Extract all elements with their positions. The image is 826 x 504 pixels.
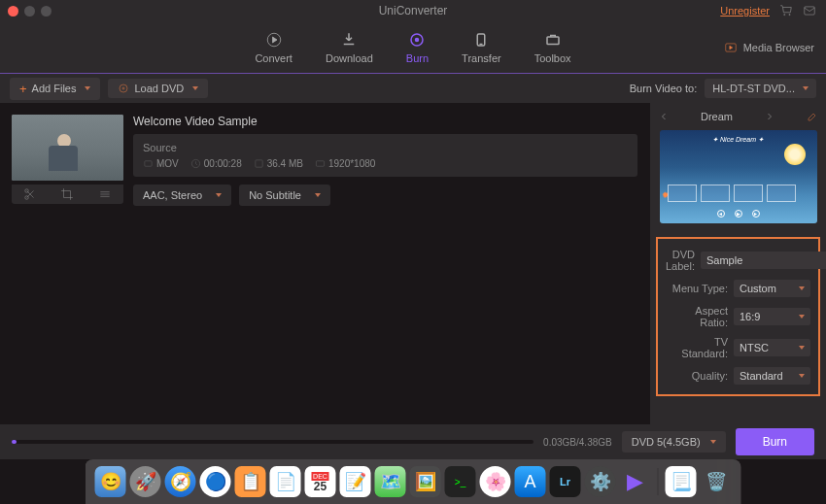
close-window-button[interactable]: [8, 6, 18, 17]
load-dvd-button[interactable]: Load DVD: [108, 79, 208, 98]
dock-app1[interactable]: 📋: [235, 466, 266, 497]
dock-chrome[interactable]: 🔵: [200, 466, 231, 497]
dock-doc[interactable]: 📃: [666, 466, 697, 497]
subtitle-select[interactable]: No Subtitle: [239, 185, 330, 206]
preview-frames: [668, 185, 796, 202]
disc-type-select[interactable]: DVD 5(4.5GB): [622, 431, 726, 453]
video-duration: 00:00:28: [204, 158, 242, 169]
source-label: Source: [143, 142, 628, 153]
drive-value: HL-DT-ST DVD...: [712, 83, 795, 94]
chevron-down-icon: [192, 86, 198, 90]
dock-settings[interactable]: ⚙️: [585, 466, 616, 497]
dock-lightroom[interactable]: Lr: [550, 466, 581, 497]
svg-point-3: [416, 38, 419, 41]
aspect-ratio-select[interactable]: 16:9: [734, 308, 810, 325]
aspect-ratio-label: Aspect Ratio:: [666, 305, 734, 328]
dock-photos[interactable]: 🌸: [480, 466, 511, 497]
dock-play[interactable]: ▶: [620, 466, 651, 497]
unregister-link[interactable]: Unregister: [720, 5, 770, 17]
subtitle-value: No Subtitle: [249, 189, 301, 201]
tab-burn[interactable]: Burn: [406, 31, 429, 64]
cart-icon[interactable]: [779, 4, 793, 17]
svg-rect-0: [805, 7, 815, 15]
crop-icon[interactable]: [60, 187, 74, 201]
dock-preview[interactable]: 🖼️: [410, 466, 441, 497]
audio-track-select[interactable]: AAC, Stereo: [133, 185, 231, 206]
app-title: UniConverter: [379, 4, 448, 17]
theme-name: Dream: [701, 111, 733, 122]
dock-appstore[interactable]: A: [515, 466, 546, 497]
svg-rect-15: [256, 160, 262, 167]
tab-download[interactable]: Download: [326, 31, 373, 64]
video-list: Welcome Video Sample Source MOV 00:00:28…: [0, 103, 649, 433]
svg-point-9: [122, 87, 124, 89]
trim-icon[interactable]: [23, 187, 37, 201]
thumbnail-tools: [12, 185, 123, 204]
main-tabs: Convert Download Burn Transfer Toolbox M…: [0, 21, 826, 74]
theme-next-button[interactable]: [764, 111, 775, 122]
minimize-window-button[interactable]: [24, 6, 35, 17]
prev-icon[interactable]: ◄: [717, 210, 725, 218]
media-browser-label: Media Browser: [743, 42, 814, 53]
theme-preview[interactable]: ✦ Nice Dream ✦ ✹ ◄ ▶ ►: [660, 130, 817, 223]
right-panel: Dream ✦ Nice Dream ✦ ✹ ◄ ▶ ► DVD Label:: [649, 103, 826, 433]
media-browser-button[interactable]: Media Browser: [724, 41, 814, 54]
sun-graphic: [784, 144, 806, 165]
settings-icon[interactable]: [98, 187, 112, 201]
tab-transfer[interactable]: Transfer: [462, 31, 501, 64]
theme-nav: Dream: [650, 103, 826, 130]
source-box: Source MOV 00:00:28 36.4 MB 1920*1080: [133, 134, 637, 177]
svg-rect-16: [316, 161, 324, 167]
tv-standard-select[interactable]: NTSC: [734, 339, 810, 356]
dvd-label-input[interactable]: [701, 252, 826, 269]
tab-convert[interactable]: Convert: [255, 31, 293, 64]
dock-calendar[interactable]: DEC25: [305, 466, 336, 497]
svg-point-8: [120, 84, 127, 92]
chevron-down-icon: [799, 315, 805, 319]
next-icon[interactable]: ►: [752, 210, 760, 218]
theme-edit-icon[interactable]: [807, 111, 818, 122]
progress-bar[interactable]: [12, 440, 533, 444]
menu-type-label: Menu Type:: [666, 283, 734, 294]
dock-safari[interactable]: 🧭: [165, 466, 196, 497]
menu-type-select[interactable]: Custom: [734, 280, 810, 297]
dock-textedit[interactable]: 📄: [270, 466, 301, 497]
maximize-window-button[interactable]: [41, 6, 52, 17]
chevron-down-icon: [799, 374, 805, 378]
dvd-label-label: DVD Label:: [666, 249, 701, 272]
dock-finder[interactable]: 😊: [95, 466, 126, 497]
svg-rect-6: [547, 37, 559, 45]
video-info: Welcome Video Sample Source MOV 00:00:28…: [133, 115, 637, 421]
video-thumbnail-block: [12, 115, 123, 421]
video-size: 36.4 MB: [267, 158, 303, 169]
preview-title: ✦ Nice Dream ✦: [712, 136, 764, 144]
video-resolution: 1920*1080: [328, 158, 375, 169]
quality-select[interactable]: Standard: [734, 367, 810, 385]
preview-controls: ◄ ▶ ►: [717, 210, 760, 218]
dock-trash[interactable]: 🗑️: [701, 466, 732, 497]
burn-to-label: Burn Video to:: [630, 83, 698, 94]
dock-notes[interactable]: 📝: [340, 466, 371, 497]
tab-label: Toolbox: [534, 52, 571, 64]
theme-prev-button[interactable]: [658, 111, 670, 122]
tab-label: Burn: [406, 52, 429, 64]
drive-select[interactable]: HL-DT-ST DVD...: [705, 79, 816, 98]
video-thumbnail[interactable]: [12, 115, 123, 181]
load-dvd-label: Load DVD: [134, 83, 184, 94]
audio-value: AAC, Stereo: [143, 189, 202, 201]
main-area: Welcome Video Sample Source MOV 00:00:28…: [0, 103, 826, 433]
dock-launchpad[interactable]: 🚀: [130, 466, 161, 497]
titlebar: UniConverter Unregister: [0, 0, 826, 21]
mail-icon[interactable]: [803, 4, 816, 17]
svg-rect-13: [145, 161, 152, 167]
chevron-down-icon: [710, 440, 716, 444]
dock-maps[interactable]: 🗺️: [375, 466, 406, 497]
tab-toolbox[interactable]: Toolbox: [534, 31, 571, 64]
tab-label: Convert: [255, 52, 293, 64]
dock-terminal[interactable]: >_: [445, 466, 476, 497]
burn-button[interactable]: Burn: [736, 428, 814, 455]
macos-dock: 😊 🚀 🧭 🔵 📋 📄 DEC25 📝 🗺️ 🖼️ >_ 🌸 A Lr ⚙️ ▶…: [86, 459, 741, 504]
play-icon[interactable]: ▶: [735, 210, 742, 218]
progress-text: 0.03GB/4.38GB: [543, 437, 612, 448]
add-files-button[interactable]: + Add Files: [10, 78, 100, 100]
